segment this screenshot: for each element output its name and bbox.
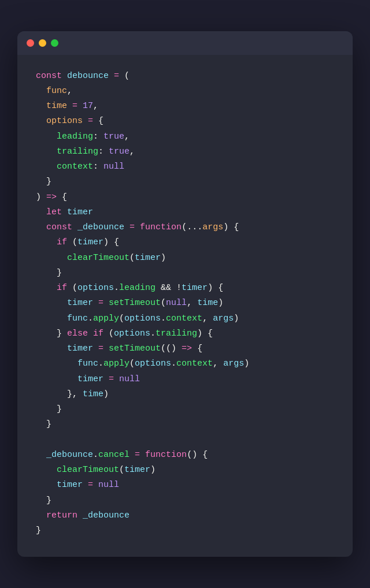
minimize-button[interactable] (39, 39, 46, 47)
code-block: const debounce = ( func, time = 17, opti… (17, 55, 353, 557)
maximize-button[interactable] (51, 39, 58, 47)
close-button[interactable] (27, 39, 34, 47)
titlebar (17, 31, 353, 55)
code-window: const debounce = ( func, time = 17, opti… (17, 31, 353, 557)
